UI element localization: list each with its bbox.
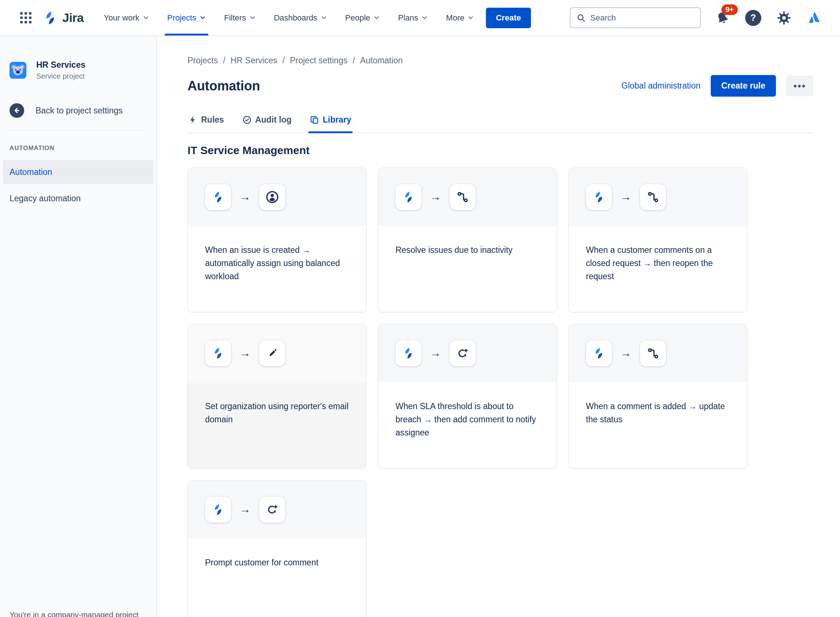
- card-title: Set organization using reporter's email …: [205, 400, 349, 426]
- arrow-right-icon: →: [430, 190, 441, 204]
- copy-icon: [310, 115, 319, 124]
- nav-item-more[interactable]: More: [445, 0, 475, 35]
- help-button[interactable]: ?: [744, 9, 762, 27]
- gear-icon: [776, 10, 792, 26]
- project-header: HR Services Service project: [0, 60, 156, 81]
- notifications-button[interactable]: 9+: [713, 9, 732, 27]
- card-icon-strip: →: [569, 168, 747, 226]
- jira-logo[interactable]: Jira: [42, 9, 84, 27]
- more-actions-button[interactable]: •••: [786, 75, 813, 96]
- breadcrumb-project-settings[interactable]: Project settings: [290, 56, 348, 65]
- card-body: Prompt customer for comment: [188, 538, 366, 617]
- card-body: When an issue is created → automatically…: [188, 226, 366, 312]
- project-type: Service project: [36, 72, 85, 81]
- project-type-footnote: You're in a company-managed project: [9, 610, 138, 617]
- breadcrumb-hr-services[interactable]: HR Services: [230, 56, 277, 65]
- atlassian-switcher-button[interactable]: [806, 9, 824, 27]
- chevron-down-icon: [421, 15, 428, 21]
- nav-right-cluster: 9+ ?: [570, 7, 824, 28]
- koala-avatar-icon: [9, 62, 27, 79]
- card-body: Resolve issues due to inactivity: [378, 226, 557, 312]
- automation-trigger-icon: [586, 184, 612, 210]
- tab-label: Rules: [201, 115, 224, 125]
- comment-add-icon: [259, 497, 285, 523]
- help-icon: ?: [745, 10, 761, 26]
- tab-label: Library: [322, 115, 351, 125]
- nav-item-plans[interactable]: Plans: [397, 0, 429, 35]
- nav-item-projects[interactable]: Projects: [166, 0, 207, 35]
- automation-trigger-icon: [395, 184, 421, 210]
- nav-item-label: People: [345, 13, 371, 23]
- card-body: Set organization using reporter's email …: [188, 382, 366, 468]
- arrow-right-icon: →: [240, 190, 251, 204]
- comment-add-icon: [450, 340, 476, 366]
- automation-template-card[interactable]: → Prompt customer for comment: [188, 480, 367, 617]
- breadcrumb: Projects/HR Services/Project settings/Au…: [188, 56, 813, 65]
- automation-template-card[interactable]: → When an issue is created → automatical…: [188, 168, 367, 312]
- nav-item-dashboards[interactable]: Dashboards: [273, 0, 328, 35]
- arrow-right-icon: →: [430, 347, 441, 360]
- chevron-down-icon: [321, 15, 327, 21]
- chevron-down-icon: [467, 15, 474, 21]
- notification-badge: 9+: [721, 4, 738, 15]
- page-header: Automation Global administration Create …: [188, 75, 813, 97]
- card-title: When SLA threshold is about to breach → …: [395, 400, 539, 439]
- main-content: Projects/HR Services/Project settings/Au…: [157, 36, 840, 617]
- nav-item-label: More: [446, 13, 464, 23]
- grid-icon: [20, 12, 31, 24]
- nav-item-label: Filters: [224, 13, 246, 23]
- breadcrumb-separator: /: [353, 56, 355, 65]
- automation-trigger-icon: [586, 340, 612, 366]
- automation-template-card[interactable]: → Resolve issues due to inactivity: [378, 168, 557, 312]
- automation-template-card[interactable]: → When SLA threshold is about to breach …: [378, 324, 557, 468]
- tab-audit-log[interactable]: Audit log: [242, 112, 293, 133]
- sidebar-item-label: Automation: [9, 167, 52, 177]
- search-input[interactable]: [590, 13, 694, 23]
- project-name: HR Services: [36, 60, 85, 70]
- chevron-down-icon: [374, 15, 380, 21]
- nav-item-label: Plans: [398, 13, 418, 23]
- tab-label: Audit log: [255, 115, 292, 125]
- arrow-right-icon: →: [620, 190, 631, 204]
- sidebar-section-label: AUTOMATION: [0, 145, 156, 152]
- automation-template-card[interactable]: → Set organization using reporter's emai…: [188, 324, 367, 468]
- search-box[interactable]: [570, 7, 701, 28]
- project-settings-sidebar: HR Services Service project Back to proj…: [0, 36, 157, 617]
- nav-item-label: Projects: [167, 13, 196, 23]
- sidebar-item-automation[interactable]: Automation: [3, 160, 153, 184]
- tab-rules[interactable]: Rules: [188, 112, 225, 133]
- project-avatar: [9, 62, 27, 79]
- breadcrumb-projects[interactable]: Projects: [188, 56, 218, 65]
- card-icon-strip: →: [188, 481, 366, 538]
- lightning-icon: [188, 115, 197, 124]
- jira-logo-icon: [42, 9, 59, 27]
- back-label: Back to project settings: [35, 106, 123, 116]
- create-button[interactable]: Create: [486, 8, 531, 28]
- arrow-right-icon: →: [240, 347, 251, 360]
- card-title: Prompt customer for comment: [205, 556, 349, 569]
- automation-trigger-icon: [205, 497, 231, 523]
- card-icon-strip: →: [188, 324, 366, 382]
- card-body: When a comment is added → update the sta…: [569, 382, 747, 468]
- global-administration-link[interactable]: Global administration: [621, 81, 701, 91]
- automation-template-card[interactable]: → When a comment is added → update the s…: [568, 324, 747, 468]
- sidebar-divider: [9, 130, 147, 131]
- nav-item-filters[interactable]: Filters: [223, 0, 257, 35]
- person-circle-icon: [259, 184, 285, 210]
- tab-library[interactable]: Library: [309, 112, 352, 133]
- search-icon: [576, 13, 586, 23]
- app-switcher-icon[interactable]: [16, 9, 35, 27]
- automation-trigger-icon: [205, 184, 231, 210]
- breadcrumb-automation[interactable]: Automation: [360, 56, 402, 65]
- create-rule-button[interactable]: Create rule: [711, 75, 776, 97]
- card-title: When a customer comments on a closed req…: [586, 244, 730, 283]
- workflow-icon: [640, 340, 666, 366]
- nav-item-people[interactable]: People: [344, 0, 381, 35]
- pencil-icon: [259, 340, 285, 366]
- nav-item-your-work[interactable]: Your work: [103, 0, 150, 35]
- back-to-project-settings[interactable]: Back to project settings: [0, 103, 156, 118]
- settings-button[interactable]: [775, 9, 793, 27]
- sidebar-item-legacy-automation[interactable]: Legacy automation: [3, 186, 153, 210]
- automation-template-card[interactable]: → When a customer comments on a closed r…: [568, 168, 747, 312]
- breadcrumb-separator: /: [223, 56, 225, 65]
